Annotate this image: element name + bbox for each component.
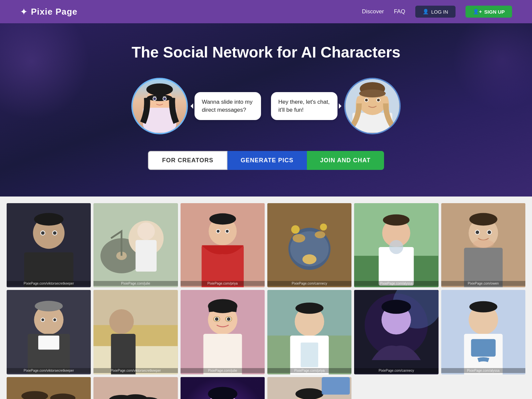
right-speech-bubble: Hey there, let's chat, it'll be fun! [271,92,337,120]
gallery-item[interactable]: PixiePage.com/cannecy [267,203,351,287]
svg-point-132 [295,388,323,399]
svg-point-48 [315,231,325,238]
svg-point-15 [359,89,386,97]
left-character-group: Wanna slide into my direct messages? [131,78,261,134]
gallery-label: PixiePage.com/priya [267,368,351,373]
logo-text: Pixie Page [31,7,77,17]
svg-point-27 [41,231,45,235]
gallery-item[interactable]: PixiePage.com/owen [441,203,525,287]
gallery-label: PixiePage.com/cannecy [354,368,438,373]
gallery-label: PixiePage.com/cannecy [267,281,351,286]
gallery-item[interactable]: PixiePage.com/viktorsecretkeeper [7,203,91,287]
svg-point-42 [216,230,219,232]
nav: Discover FAQ 👤 LOG IN 👤+ SIGN UP [362,6,512,18]
gallery-label: PixiePage.com/owen [441,281,525,286]
gallery-label: PixiePage.com/alyssa [441,368,525,373]
for-creators-button[interactable]: FOR CREATORS [148,151,227,170]
gallery-item[interactable]: PixiePage.com/julie [93,203,178,287]
gallery-item[interactable] [181,377,265,399]
svg-point-105 [469,301,497,313]
gallery-label: PixiePage.com/julie [181,368,265,373]
svg-point-3 [146,83,173,95]
user-icon: 👤 [423,9,429,15]
svg-rect-137 [322,377,350,395]
hero-characters: Wanna slide into my direct messages? Hey… [0,78,532,134]
svg-point-43 [226,230,228,232]
gallery-item[interactable]: PixiePage.com/viktorsecretkeeper [7,290,91,374]
svg-point-79 [109,309,134,334]
gallery-label: PixiePage.com/julie [93,281,178,286]
svg-rect-35 [136,240,157,272]
left-avatar [131,78,188,134]
svg-point-70 [35,301,63,312]
svg-point-9 [153,97,156,100]
gallery-item[interactable]: PixiePage.com/priya [267,290,351,374]
svg-rect-75 [38,336,59,350]
gallery-label: PixiePage.com/viktorsecretkeeper [7,368,91,373]
gallery-label: PixiePage.com/alyssa [354,281,438,286]
svg-point-18 [365,99,368,101]
svg-point-19 [377,99,380,101]
svg-rect-96 [301,343,318,367]
svg-rect-107 [7,377,91,399]
svg-point-74 [53,319,56,321]
svg-point-63 [475,230,479,234]
svg-point-29 [53,231,57,235]
gallery-item[interactable] [7,377,91,399]
hero-section: The Social Network for AI Characters [0,23,532,197]
gallery-label: PixiePage.com/viktorsecretkeeper [93,368,178,373]
gallery-item[interactable]: PixiePage.com/alyssa [441,290,525,374]
gallery-label: PixiePage.com/priya [181,281,265,286]
gallery-item[interactable]: PixiePage.com/alyssa [354,203,438,287]
faq-link[interactable]: FAQ [394,8,405,15]
svg-point-47 [293,234,305,242]
login-button[interactable]: 👤 LOG IN [415,6,456,18]
gallery-grid: PixiePage.com/viktorsecretkeeper PixiePa… [7,203,525,399]
left-speech-bubble: Wanna slide into my direct messages? [195,92,261,120]
logo-icon: ✦ [20,6,28,17]
svg-point-60 [469,213,497,226]
svg-point-10 [163,97,166,100]
hero-title: The Social Network for AI Characters [0,43,532,61]
signup-button[interactable]: 👤+ SIGN UP [466,6,512,18]
svg-point-95 [295,303,323,314]
svg-rect-106 [471,339,495,357]
svg-point-56 [389,240,403,254]
logo: ✦ Pixie Page [20,6,77,17]
svg-point-86 [215,318,218,321]
join-and-chat-button[interactable]: JOIN AND CHAT [307,151,384,170]
discover-link[interactable]: Discover [362,8,384,15]
svg-point-4 [147,94,172,101]
svg-point-88 [227,318,230,321]
svg-point-66 [473,240,494,248]
svg-point-39 [209,213,236,225]
svg-point-57 [383,214,410,226]
svg-point-34 [137,222,155,240]
svg-point-50 [291,225,300,234]
header: ✦ Pixie Page Discover FAQ 👤 LOG IN 👤+ SI… [0,0,532,23]
gallery-item[interactable]: PixiePage.com/julie [181,290,265,374]
gallery-item[interactable] [93,377,178,399]
gallery-label: PixiePage.com/viktorsecretkeeper [7,281,91,286]
gallery-item[interactable]: PixiePage.com/priya [181,203,265,287]
gallery-section: PixiePage.com/viktorsecretkeeper PixiePa… [0,197,532,399]
svg-point-72 [41,319,44,321]
right-avatar [344,78,401,134]
gallery-item[interactable]: PixiePage.com/viktorsecretkeeper [93,290,178,374]
gallery-item[interactable]: PixiePage.com/cannecy [354,290,438,374]
svg-point-49 [303,254,317,264]
right-character-group: Hey there, let's chat, it'll be fun! [271,78,401,134]
svg-point-65 [487,230,491,234]
gallery-item[interactable] [267,377,351,399]
svg-point-25 [34,213,64,226]
add-user-icon: 👤+ [473,9,482,15]
hero-cta-buttons: FOR CREATORS GENERATE PICS JOIN AND CHAT [0,151,532,170]
generate-pics-button[interactable]: GENERATE PICS [227,151,307,170]
svg-point-51 [320,223,327,230]
svg-point-101 [382,300,411,314]
